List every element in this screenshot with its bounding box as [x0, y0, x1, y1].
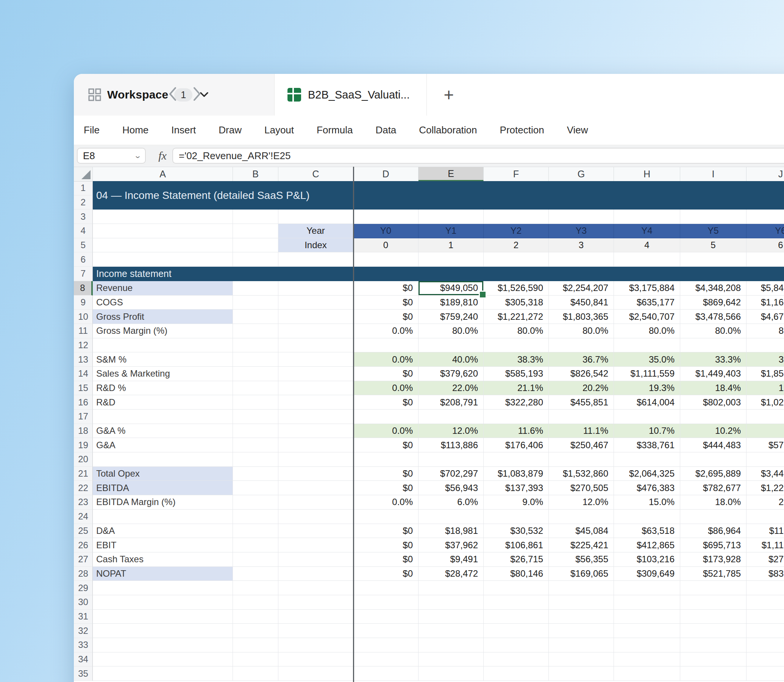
cell-F18[interactable]: 11.6% [483, 424, 549, 438]
cell-A34[interactable] [93, 652, 233, 667]
cell-F12[interactable] [483, 338, 549, 353]
cell-C28[interactable] [278, 567, 353, 581]
cell-G31[interactable] [549, 610, 614, 624]
menu-item-layout[interactable]: Layout [264, 124, 294, 136]
cell-D33[interactable] [353, 638, 418, 652]
row-header-4[interactable]: 4 [74, 224, 93, 238]
cell-I32[interactable] [680, 624, 746, 638]
cell-D35[interactable] [353, 666, 418, 681]
cell-I9[interactable]: $869,642 [680, 296, 746, 310]
row-header-35[interactable]: 35 [74, 666, 93, 681]
cell-F27[interactable]: $26,715 [483, 553, 549, 567]
cell-F8[interactable]: $1,526,590 [483, 281, 549, 296]
cell-C31[interactable] [278, 610, 353, 624]
cell-C15[interactable] [278, 381, 353, 395]
cell-D3[interactable] [353, 210, 418, 224]
cell-C3[interactable] [278, 210, 353, 224]
cell-H18[interactable]: 10.7% [614, 424, 680, 438]
cell-H20[interactable] [614, 453, 680, 467]
column-header-J[interactable]: J [746, 167, 784, 182]
cell-H23[interactable]: 15.0% [614, 495, 680, 510]
cell-E33[interactable] [418, 638, 483, 652]
cell-A8[interactable]: Revenue [93, 281, 233, 296]
row-header-23[interactable]: 23 [74, 495, 93, 510]
cell-A25[interactable]: D&A [93, 524, 233, 539]
cell-E20[interactable] [418, 453, 483, 467]
cell-B18[interactable] [233, 424, 278, 438]
column-header-H[interactable]: H [614, 167, 680, 182]
cell-B29[interactable] [233, 581, 278, 595]
name-box[interactable]: E8 ⌄ [77, 148, 146, 164]
cell-D15[interactable]: 0.0% [353, 381, 418, 395]
row-header-5[interactable]: 5 [74, 238, 93, 253]
cell-J26[interactable]: $1,11 [746, 538, 784, 553]
cell-G25[interactable]: $45,084 [549, 524, 614, 539]
cell-A27[interactable]: Cash Taxes [93, 553, 233, 567]
cell-D29[interactable] [353, 581, 418, 595]
cell-C33[interactable] [278, 638, 353, 652]
cell-J12[interactable] [746, 338, 784, 353]
cell-D25[interactable]: $0 [353, 524, 418, 539]
cell-E22[interactable]: $56,943 [418, 481, 483, 495]
cell-F10[interactable]: $1,221,272 [483, 309, 549, 324]
cell-D32[interactable] [353, 624, 418, 638]
cell-E13[interactable]: 40.0% [418, 352, 483, 367]
cell-I31[interactable] [680, 610, 746, 624]
cell-G18[interactable]: 11.1% [549, 424, 614, 438]
cell-J35[interactable] [746, 666, 784, 681]
cell-A16[interactable]: R&D [93, 395, 233, 410]
row-header-10[interactable]: 10 [74, 309, 93, 324]
cell-A17[interactable] [93, 410, 233, 424]
cell-F30[interactable] [483, 595, 549, 610]
cell-D13[interactable]: 0.0% [353, 352, 418, 367]
cell-J22[interactable]: $1,22 [746, 481, 784, 495]
cell-E9[interactable]: $189,810 [418, 296, 483, 310]
cell-J30[interactable] [746, 595, 784, 610]
cell-I14[interactable]: $1,449,403 [680, 367, 746, 381]
menu-item-collaboration[interactable]: Collaboration [419, 124, 477, 136]
cell-H16[interactable]: $614,004 [614, 395, 680, 410]
cell-D14[interactable]: $0 [353, 367, 418, 381]
cell-D23[interactable]: 0.0% [353, 495, 418, 510]
cell-G9[interactable]: $450,841 [549, 296, 614, 310]
cell-G4[interactable]: Y3 [549, 224, 614, 238]
cell-A26[interactable]: EBIT [93, 538, 233, 553]
cell-J10[interactable]: $4,67 [746, 309, 784, 324]
cell-G5[interactable]: 3 [549, 238, 614, 253]
cell-F19[interactable]: $176,406 [483, 438, 549, 453]
cell-E23[interactable]: 6.0% [418, 495, 483, 510]
cell-D9[interactable]: $0 [353, 296, 418, 310]
cell-H13[interactable]: 35.0% [614, 352, 680, 367]
cell-I15[interactable]: 18.4% [680, 381, 746, 395]
row-header-26[interactable]: 26 [74, 538, 93, 553]
cell-J9[interactable]: $1,16 [746, 296, 784, 310]
forward-button[interactable] [192, 86, 202, 103]
cell-E31[interactable] [418, 610, 483, 624]
cell-H15[interactable]: 19.3% [614, 381, 680, 395]
cell-I34[interactable] [680, 652, 746, 667]
row-header-27[interactable]: 27 [74, 553, 93, 567]
cell-I18[interactable]: 10.2% [680, 424, 746, 438]
cell-D26[interactable]: $0 [353, 538, 418, 553]
menu-item-formula[interactable]: Formula [316, 124, 353, 136]
cell-G34[interactable] [549, 652, 614, 667]
row-header-3[interactable]: 3 [74, 210, 93, 224]
cell-G13[interactable]: 36.7% [549, 352, 614, 367]
row-header-32[interactable]: 32 [74, 624, 93, 638]
cell-H28[interactable]: $309,649 [614, 567, 680, 581]
cell-G16[interactable]: $455,851 [549, 395, 614, 410]
cell-F14[interactable]: $585,193 [483, 367, 549, 381]
cell-I10[interactable]: $3,478,566 [680, 309, 746, 324]
cell-F22[interactable]: $137,393 [483, 481, 549, 495]
cell-D12[interactable] [353, 338, 418, 353]
cell-I29[interactable] [680, 581, 746, 595]
cell-A21[interactable]: Total Opex [93, 467, 233, 481]
cell-C10[interactable] [278, 309, 353, 324]
cell-I19[interactable]: $444,483 [680, 438, 746, 453]
cell-C14[interactable] [278, 367, 353, 381]
cell-J21[interactable]: $3,44 [746, 467, 784, 481]
cell-E5[interactable]: 1 [418, 238, 483, 253]
cell-C11[interactable] [278, 324, 353, 338]
cell-C12[interactable] [278, 338, 353, 353]
cell-G15[interactable]: 20.2% [549, 381, 614, 395]
